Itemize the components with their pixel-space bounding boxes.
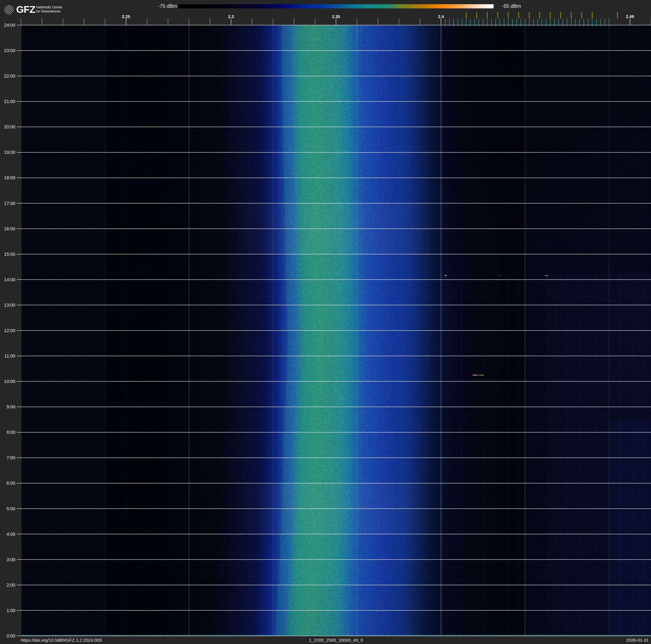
svg-text:11:00: 11:00 (4, 354, 15, 358)
svg-text:https://doi.org/10.5880/GFZ.1.: https://doi.org/10.5880/GFZ.1.2.2024.003 (21, 638, 102, 643)
svg-text:3:00: 3:00 (6, 557, 15, 562)
svg-text:-75 dBm: -75 dBm (158, 3, 177, 9)
svg-text:2:00: 2:00 (6, 583, 15, 588)
svg-text:18:00: 18:00 (4, 175, 15, 180)
svg-text:10:00: 10:00 (4, 379, 15, 384)
svg-text:15:00: 15:00 (4, 252, 15, 257)
svg-text:2.25: 2.25 (122, 14, 130, 19)
svg-text:14:00: 14:00 (4, 277, 15, 282)
svg-text:-55 dBm: -55 dBm (502, 3, 521, 9)
svg-text:2.4: 2.4 (438, 14, 444, 19)
svg-text:21:00: 21:00 (4, 99, 15, 104)
svg-text:20:00: 20:00 (4, 124, 15, 129)
svg-text:16:00: 16:00 (4, 226, 15, 231)
svg-text:7:00: 7:00 (6, 455, 15, 460)
svg-text:2.3: 2.3 (228, 14, 234, 19)
svg-text:4:00: 4:00 (6, 532, 15, 537)
svg-text:1_2200_2500_10000_40_0: 1_2200_2500_10000_40_0 (309, 638, 363, 643)
svg-text:0:00: 0:00 (6, 634, 15, 639)
svg-text:2.49: 2.49 (626, 14, 634, 19)
svg-text:GFZ: GFZ (16, 4, 35, 15)
svg-text:22:00: 22:00 (4, 74, 15, 79)
svg-text:6:00: 6:00 (6, 481, 15, 486)
svg-text:19:00: 19:00 (4, 150, 15, 155)
svg-text:2.35: 2.35 (332, 14, 340, 19)
svg-text:1:00: 1:00 (6, 608, 15, 613)
svg-text:23:00: 23:00 (4, 48, 15, 53)
svg-text:17:00: 17:00 (4, 201, 15, 206)
svg-text:12:00: 12:00 (4, 328, 15, 333)
svg-text:2026-01-31: 2026-01-31 (626, 638, 649, 643)
svg-text:13:00: 13:00 (4, 303, 15, 308)
svg-text:24:00: 24:00 (4, 23, 15, 28)
svg-text:for Geosciences: for Geosciences (36, 9, 60, 13)
svg-text:5:00: 5:00 (6, 506, 15, 511)
svg-text:8:00: 8:00 (6, 430, 15, 435)
svg-text:9:00: 9:00 (6, 404, 15, 409)
svg-text:Helmholtz Centre: Helmholtz Centre (36, 5, 62, 9)
